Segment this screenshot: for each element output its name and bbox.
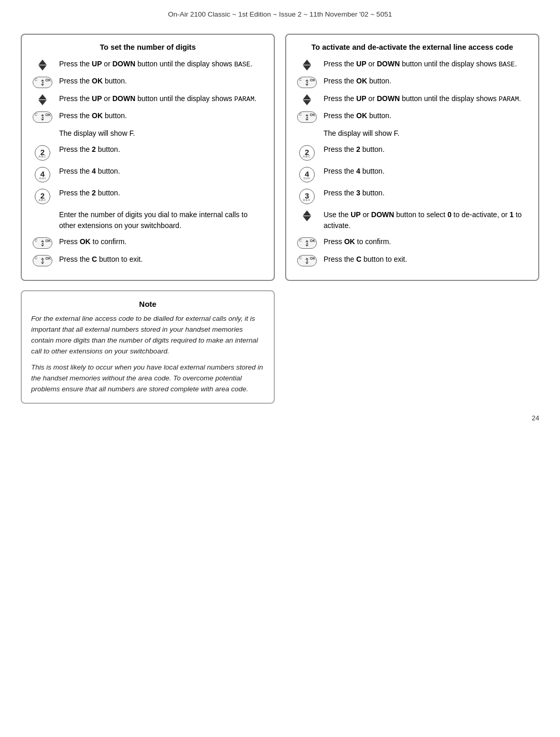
note-para-2: This is most likely to occur when you ha… xyxy=(31,362,264,395)
right-step-11: C OK Press the C button to exit. xyxy=(296,254,529,266)
right-step-11-text: Press the C button to exit. xyxy=(324,254,529,265)
left-step-1: Press the UP or DOWN button until the di… xyxy=(31,59,264,70)
right-box-title: To activate and de-activate the external… xyxy=(296,43,529,51)
right-step-5-text: The display will show F. xyxy=(324,128,529,139)
page-number: 24 xyxy=(21,414,539,422)
r-updown-icon-3 xyxy=(296,209,318,221)
right-step-2: C OK Press the OK button. xyxy=(296,76,529,88)
left-step-9: Enter the number of digits you dial to m… xyxy=(31,209,264,231)
right-step-7: 4 GHI Press the 4 button. xyxy=(296,166,529,182)
ok-icon-1: C OK xyxy=(31,76,54,88)
ok-icon-3: C OK xyxy=(31,236,54,249)
left-step-5: The display will show F. xyxy=(31,128,264,139)
right-step-6-text: Press the 2 button. xyxy=(324,144,529,155)
ok-icon-4: C OK xyxy=(31,254,54,266)
updown-icon-2 xyxy=(31,93,54,105)
left-step-1-text: Press the UP or DOWN button until the di… xyxy=(59,59,264,70)
right-step-3-text: Press the UP or DOWN button until the di… xyxy=(324,93,529,105)
right-step-9-text: Use the UP or DOWN button to select 0 to… xyxy=(324,209,529,231)
left-step-5-text: The display will show F. xyxy=(59,128,264,139)
note-para-1: For the external line access code to be … xyxy=(31,314,264,357)
right-step-1-text: Press the UP or DOWN button until the di… xyxy=(324,59,529,70)
right-column: To activate and de-activate the external… xyxy=(285,34,539,404)
page-header: On-Air 2100 Classic ~ 1st Edition ~ Issu… xyxy=(21,10,539,18)
num2-icon-1: 2 ABC xyxy=(31,144,54,161)
left-step-11: C OK Press the C button to exit. xyxy=(31,254,264,266)
right-step-1: Press the UP or DOWN button until the di… xyxy=(296,59,529,70)
r-spacer-1 xyxy=(296,128,318,129)
left-step-4: C OK Press the OK button. xyxy=(31,110,264,123)
r-ok-icon-4: C OK xyxy=(296,254,318,266)
ok-icon-2: C OK xyxy=(31,110,54,123)
r-num3-icon-1: 3 DEF xyxy=(296,188,318,204)
updown-icon-1 xyxy=(31,59,54,70)
r-ok-icon-2: C OK xyxy=(296,110,318,123)
left-step-4-text: Press the OK button. xyxy=(59,110,264,121)
r-num2-icon-1: 2 ABC xyxy=(296,144,318,161)
note-title: Note xyxy=(31,300,264,308)
right-step-10-text: Press OK to confirm. xyxy=(324,236,529,247)
right-step-5: The display will show F. xyxy=(296,128,529,139)
right-step-8: 3 DEF Press the 3 button. xyxy=(296,188,529,204)
left-step-6-text: Press the 2 button. xyxy=(59,144,264,155)
r-num4-icon-1: 4 GHI xyxy=(296,166,318,182)
right-step-7-text: Press the 4 button. xyxy=(324,166,529,177)
r-updown-icon-2 xyxy=(296,93,318,105)
spacer-2 xyxy=(31,209,54,210)
spacer-1 xyxy=(31,128,54,129)
left-step-8: 2 ABC Press the 2 button. xyxy=(31,188,264,204)
left-column: To set the number of digits Press the UP… xyxy=(21,34,275,404)
right-step-6: 2 ABC Press the 2 button. xyxy=(296,144,529,161)
right-step-3: Press the UP or DOWN button until the di… xyxy=(296,93,529,105)
right-box: To activate and de-activate the external… xyxy=(285,34,539,281)
r-ok-icon-1: C OK xyxy=(296,76,318,88)
right-step-4-text: Press the OK button. xyxy=(324,110,529,121)
left-step-2-text: Press the OK button. xyxy=(59,76,264,87)
left-step-9-text: Enter the number of digits you dial to m… xyxy=(59,209,264,231)
left-step-7-text: Press the 4 button. xyxy=(59,166,264,177)
left-step-10: C OK Press OK to confirm. xyxy=(31,236,264,249)
right-step-4: C OK Press the OK button. xyxy=(296,110,529,123)
left-step-3-text: Press the UP or DOWN button until the di… xyxy=(59,93,264,105)
left-step-7: 4 GHI Press the 4 button. xyxy=(31,166,264,182)
left-step-11-text: Press the C button to exit. xyxy=(59,254,264,265)
right-step-8-text: Press the 3 button. xyxy=(324,188,529,199)
left-box-title: To set the number of digits xyxy=(31,43,264,51)
header-title: On-Air 2100 Classic ~ 1st Edition ~ Issu… xyxy=(168,10,392,18)
num2-icon-2: 2 ABC xyxy=(31,188,54,204)
left-step-2: C OK Press the OK button. xyxy=(31,76,264,88)
left-box: To set the number of digits Press the UP… xyxy=(21,34,275,281)
note-box: Note For the external line access code t… xyxy=(21,290,275,404)
left-step-10-text: Press OK to confirm. xyxy=(59,236,264,247)
left-step-3: Press the UP or DOWN button until the di… xyxy=(31,93,264,105)
r-updown-icon-1 xyxy=(296,59,318,70)
num4-icon-1: 4 GHI xyxy=(31,166,54,182)
r-ok-icon-3: C OK xyxy=(296,236,318,249)
right-step-10: C OK Press OK to confirm. xyxy=(296,236,529,249)
right-step-2-text: Press the OK button. xyxy=(324,76,529,87)
right-step-9: Use the UP or DOWN button to select 0 to… xyxy=(296,209,529,231)
left-step-8-text: Press the 2 button. xyxy=(59,188,264,199)
left-step-6: 2 ABC Press the 2 button. xyxy=(31,144,264,161)
